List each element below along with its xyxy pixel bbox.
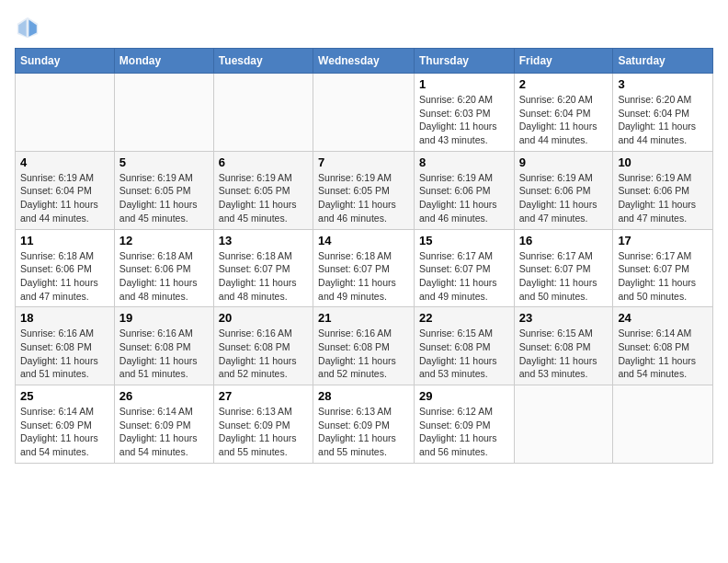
calendar-cell: 3Sunrise: 6:20 AM Sunset: 6:04 PM Daylig…: [613, 74, 713, 152]
day-info: Sunrise: 6:20 AM Sunset: 6:03 PM Dayligh…: [419, 93, 509, 147]
calendar-cell: 20Sunrise: 6:16 AM Sunset: 6:08 PM Dayli…: [213, 307, 313, 385]
day-header-friday: Friday: [514, 49, 613, 74]
calendar-cell: 26Sunrise: 6:14 AM Sunset: 6:09 PM Dayli…: [114, 385, 213, 464]
day-number: 3: [618, 77, 708, 91]
day-info: Sunrise: 6:18 AM Sunset: 6:07 PM Dayligh…: [219, 249, 308, 304]
calendar-cell: 7Sunrise: 6:19 AM Sunset: 6:05 PM Daylig…: [313, 151, 415, 229]
logo: [15, 15, 44, 40]
week-row-2: 11Sunrise: 6:18 AM Sunset: 6:06 PM Dayli…: [16, 229, 713, 307]
calendar-cell: 28Sunrise: 6:13 AM Sunset: 6:09 PM Dayli…: [313, 385, 415, 464]
day-number: 26: [119, 389, 209, 403]
day-header-saturday: Saturday: [613, 49, 713, 74]
calendar-cell: 15Sunrise: 6:17 AM Sunset: 6:07 PM Dayli…: [414, 229, 514, 307]
calendar-cell: 22Sunrise: 6:15 AM Sunset: 6:08 PM Dayli…: [414, 307, 514, 385]
day-info: Sunrise: 6:17 AM Sunset: 6:07 PM Dayligh…: [618, 249, 708, 304]
day-info: Sunrise: 6:17 AM Sunset: 6:07 PM Dayligh…: [419, 249, 509, 304]
calendar-cell: 24Sunrise: 6:14 AM Sunset: 6:08 PM Dayli…: [613, 307, 713, 385]
day-number: 29: [419, 389, 509, 403]
day-number: 12: [119, 234, 209, 247]
day-number: 16: [519, 234, 609, 247]
calendar-cell: 13Sunrise: 6:18 AM Sunset: 6:07 PM Dayli…: [213, 229, 313, 307]
day-info: Sunrise: 6:16 AM Sunset: 6:08 PM Dayligh…: [219, 327, 308, 381]
day-info: Sunrise: 6:17 AM Sunset: 6:07 PM Dayligh…: [519, 249, 609, 304]
day-number: 1: [419, 77, 509, 91]
week-row-3: 18Sunrise: 6:16 AM Sunset: 6:08 PM Dayli…: [16, 307, 713, 385]
calendar-cell: 4Sunrise: 6:19 AM Sunset: 6:04 PM Daylig…: [16, 151, 115, 229]
calendar-cell: 5Sunrise: 6:19 AM Sunset: 6:05 PM Daylig…: [114, 151, 213, 229]
day-number: 9: [519, 155, 609, 169]
day-info: Sunrise: 6:13 AM Sunset: 6:09 PM Dayligh…: [219, 405, 308, 459]
day-info: Sunrise: 6:16 AM Sunset: 6:08 PM Dayligh…: [318, 327, 409, 381]
day-number: 25: [20, 389, 109, 403]
day-number: 10: [618, 155, 708, 169]
day-info: Sunrise: 6:18 AM Sunset: 6:07 PM Dayligh…: [318, 249, 409, 304]
calendar-cell: 21Sunrise: 6:16 AM Sunset: 6:08 PM Dayli…: [313, 307, 415, 385]
day-info: Sunrise: 6:19 AM Sunset: 6:06 PM Dayligh…: [618, 171, 708, 225]
day-number: 20: [219, 311, 308, 325]
calendar-cell: 2Sunrise: 6:20 AM Sunset: 6:04 PM Daylig…: [514, 74, 613, 152]
calendar-cell: 10Sunrise: 6:19 AM Sunset: 6:06 PM Dayli…: [613, 151, 713, 229]
calendar-cell: 27Sunrise: 6:13 AM Sunset: 6:09 PM Dayli…: [213, 385, 313, 464]
day-number: 17: [618, 234, 708, 247]
calendar-cell: 14Sunrise: 6:18 AM Sunset: 6:07 PM Dayli…: [313, 229, 415, 307]
calendar-cell: [213, 74, 313, 152]
day-info: Sunrise: 6:13 AM Sunset: 6:09 PM Dayligh…: [318, 405, 409, 459]
day-info: Sunrise: 6:15 AM Sunset: 6:08 PM Dayligh…: [519, 327, 609, 381]
week-row-4: 25Sunrise: 6:14 AM Sunset: 6:09 PM Dayli…: [16, 385, 713, 464]
week-row-1: 4Sunrise: 6:19 AM Sunset: 6:04 PM Daylig…: [16, 151, 713, 229]
calendar-cell: 23Sunrise: 6:15 AM Sunset: 6:08 PM Dayli…: [514, 307, 613, 385]
day-number: 23: [519, 311, 609, 325]
day-header-wednesday: Wednesday: [313, 49, 415, 74]
day-number: 15: [419, 234, 509, 247]
day-number: 5: [119, 155, 209, 169]
calendar-table: SundayMondayTuesdayWednesdayThursdayFrid…: [15, 48, 713, 464]
calendar-cell: 29Sunrise: 6:12 AM Sunset: 6:09 PM Dayli…: [414, 385, 514, 464]
day-info: Sunrise: 6:19 AM Sunset: 6:06 PM Dayligh…: [419, 171, 509, 225]
day-number: 8: [419, 155, 509, 169]
calendar-cell: [514, 385, 613, 464]
logo-icon: [15, 15, 40, 40]
day-info: Sunrise: 6:19 AM Sunset: 6:05 PM Dayligh…: [219, 171, 308, 225]
header: [15, 15, 713, 40]
calendar-cell: 16Sunrise: 6:17 AM Sunset: 6:07 PM Dayli…: [514, 229, 613, 307]
day-number: 24: [618, 311, 708, 325]
day-info: Sunrise: 6:19 AM Sunset: 6:04 PM Dayligh…: [20, 171, 109, 225]
day-info: Sunrise: 6:15 AM Sunset: 6:08 PM Dayligh…: [419, 327, 509, 381]
calendar-cell: 9Sunrise: 6:19 AM Sunset: 6:06 PM Daylig…: [514, 151, 613, 229]
day-info: Sunrise: 6:19 AM Sunset: 6:05 PM Dayligh…: [318, 171, 409, 225]
calendar-cell: 11Sunrise: 6:18 AM Sunset: 6:06 PM Dayli…: [16, 229, 115, 307]
day-number: 7: [318, 155, 409, 169]
day-number: 27: [219, 389, 308, 403]
day-info: Sunrise: 6:18 AM Sunset: 6:06 PM Dayligh…: [20, 249, 109, 304]
day-number: 6: [219, 155, 308, 169]
day-header-thursday: Thursday: [414, 49, 514, 74]
day-info: Sunrise: 6:14 AM Sunset: 6:08 PM Dayligh…: [618, 327, 708, 381]
day-info: Sunrise: 6:16 AM Sunset: 6:08 PM Dayligh…: [119, 327, 209, 381]
day-number: 14: [318, 234, 409, 247]
day-header-tuesday: Tuesday: [213, 49, 313, 74]
calendar-header-row: SundayMondayTuesdayWednesdayThursdayFrid…: [16, 49, 713, 74]
calendar-cell: 12Sunrise: 6:18 AM Sunset: 6:06 PM Dayli…: [114, 229, 213, 307]
day-info: Sunrise: 6:20 AM Sunset: 6:04 PM Dayligh…: [618, 93, 708, 147]
day-number: 19: [119, 311, 209, 325]
day-info: Sunrise: 6:14 AM Sunset: 6:09 PM Dayligh…: [20, 405, 109, 459]
calendar-cell: 8Sunrise: 6:19 AM Sunset: 6:06 PM Daylig…: [414, 151, 514, 229]
calendar-cell: 1Sunrise: 6:20 AM Sunset: 6:03 PM Daylig…: [414, 74, 514, 152]
day-header-sunday: Sunday: [16, 49, 115, 74]
calendar-cell: [114, 74, 213, 152]
calendar-cell: 19Sunrise: 6:16 AM Sunset: 6:08 PM Dayli…: [114, 307, 213, 385]
day-number: 18: [20, 311, 109, 325]
day-number: 28: [318, 389, 409, 403]
day-info: Sunrise: 6:19 AM Sunset: 6:06 PM Dayligh…: [519, 171, 609, 225]
day-number: 4: [20, 155, 109, 169]
day-number: 11: [20, 234, 109, 247]
calendar-body: 1Sunrise: 6:20 AM Sunset: 6:03 PM Daylig…: [16, 74, 713, 464]
day-header-monday: Monday: [114, 49, 213, 74]
calendar-cell: 6Sunrise: 6:19 AM Sunset: 6:05 PM Daylig…: [213, 151, 313, 229]
day-info: Sunrise: 6:14 AM Sunset: 6:09 PM Dayligh…: [119, 405, 209, 459]
day-info: Sunrise: 6:20 AM Sunset: 6:04 PM Dayligh…: [519, 93, 609, 147]
day-info: Sunrise: 6:16 AM Sunset: 6:08 PM Dayligh…: [20, 327, 109, 381]
day-number: 13: [219, 234, 308, 247]
day-info: Sunrise: 6:19 AM Sunset: 6:05 PM Dayligh…: [119, 171, 209, 225]
day-info: Sunrise: 6:12 AM Sunset: 6:09 PM Dayligh…: [419, 405, 509, 459]
